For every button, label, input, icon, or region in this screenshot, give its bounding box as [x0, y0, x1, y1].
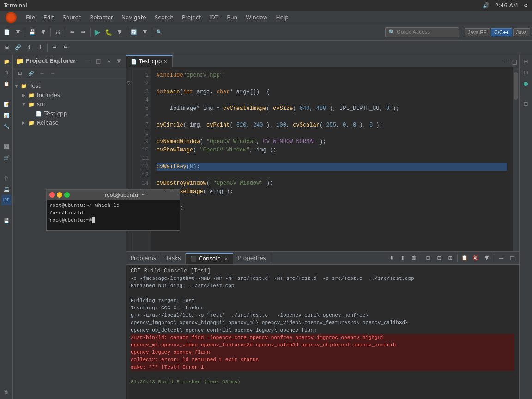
- tab-properties[interactable]: Properties: [233, 253, 271, 263]
- toolbar-btn-more[interactable]: ▼: [140, 27, 150, 37]
- tree-item-testcpp[interactable]: ▶ 📄 Test.cpp: [13, 109, 126, 118]
- console-btn-7[interactable]: 📋: [459, 253, 470, 263]
- menu-items: File Edit Source Refactor Navigate Searc…: [22, 13, 292, 22]
- tree-item-test[interactable]: ▼ 📁 Test: [13, 81, 126, 91]
- editor-scroll-thumb[interactable]: [514, 72, 518, 100]
- menu-navigate[interactable]: Navigate: [118, 13, 150, 22]
- console-body[interactable]: CDT Build Console [Test] -c -fmessage-le…: [126, 265, 519, 399]
- console-btn-1[interactable]: ⬇: [387, 253, 397, 263]
- persp-javaee[interactable]: Java EE: [465, 28, 490, 36]
- tree-forward-btn[interactable]: ➡: [48, 68, 58, 79]
- search-global-btn[interactable]: 🔍: [154, 27, 164, 37]
- right-icon-2[interactable]: ⊞: [521, 67, 531, 78]
- menu-edit[interactable]: Edit: [40, 13, 58, 22]
- left-icon-8[interactable]: 🛒: [1, 152, 12, 163]
- toolbar-btn-2[interactable]: ▼: [13, 27, 23, 37]
- toolbar-btn-4[interactable]: ▼: [38, 27, 48, 37]
- tree-back-btn[interactable]: ⬅: [37, 68, 47, 79]
- tab-tasks[interactable]: Tasks: [161, 253, 186, 263]
- tab-problems[interactable]: Problems: [126, 253, 161, 263]
- left-icon-3[interactable]: 📋: [1, 79, 12, 89]
- debug-btn[interactable]: 🐛: [103, 27, 114, 37]
- toolbar2-btn4[interactable]: ⬇: [35, 42, 45, 53]
- volume-icon: 🔊: [483, 2, 490, 9]
- print-btn[interactable]: 🖨: [53, 27, 63, 37]
- editor-minimize[interactable]: —: [501, 57, 510, 67]
- collapse-tree-btn[interactable]: ⊟: [15, 68, 25, 79]
- console-btn-3[interactable]: ⊠: [409, 253, 419, 263]
- quick-access-box[interactable]: 🔍 Quick Access: [385, 27, 459, 37]
- collapse-all-btn[interactable]: ⊟: [2, 42, 12, 53]
- left-icon-1[interactable]: 📁: [1, 56, 12, 66]
- tree-item-release[interactable]: ▶ 📁 Release: [13, 118, 126, 127]
- tree-item-src[interactable]: ▼ 📁 src: [13, 100, 126, 109]
- undo-btn[interactable]: ↩: [49, 42, 60, 53]
- console-tab-close[interactable]: ✕: [224, 256, 228, 261]
- left-icon-save2[interactable]: 💾: [1, 215, 12, 225]
- right-icon-4[interactable]: ⊡: [521, 99, 531, 109]
- run-btn[interactable]: ▶: [92, 27, 103, 37]
- menu-refactor[interactable]: Refactor: [86, 13, 117, 22]
- fold-main[interactable]: ▽: [127, 80, 131, 85]
- tree-label-src: src: [37, 101, 45, 108]
- console-btn-6[interactable]: ⊞: [445, 253, 455, 263]
- console-btn-2[interactable]: ⬆: [398, 253, 408, 263]
- menu-search[interactable]: Search: [151, 13, 177, 22]
- menu-run[interactable]: Run: [223, 13, 241, 22]
- terminal-body[interactable]: root@ubuntu:~# which ld /usr/bin/ld root…: [47, 200, 180, 226]
- tree-item-includes[interactable]: ▶ 📁 Includes: [13, 91, 126, 100]
- toolbar2-btn3[interactable]: ⬆: [24, 42, 34, 53]
- toolbar-btn-debug2[interactable]: ▼: [115, 27, 125, 37]
- ubuntu-logo-btn[interactable]: [4, 11, 18, 24]
- right-icon-3[interactable]: ●: [521, 79, 531, 89]
- left-icon-4[interactable]: 📝: [1, 99, 12, 109]
- right-sidebar-icons: ⊟ ⊞ ● ⊡: [519, 54, 532, 399]
- save-btn[interactable]: 💾: [27, 27, 37, 37]
- new-btn[interactable]: 📄: [2, 27, 12, 37]
- persp-java[interactable]: Java: [513, 28, 530, 36]
- left-icon-7[interactable]: 🅰: [1, 141, 12, 151]
- editor-scrollbar[interactable]: [513, 67, 519, 251]
- panel-minimize[interactable]: —: [83, 57, 92, 65]
- left-icon-2[interactable]: ⊞: [1, 67, 12, 78]
- link-editor-btn[interactable]: 🔗: [26, 68, 36, 79]
- console-btn-8[interactable]: 🔇: [471, 253, 481, 263]
- menu-idt[interactable]: IDT: [206, 13, 222, 22]
- forward-btn[interactable]: ➡: [78, 27, 88, 37]
- left-icon-9[interactable]: ⚙: [1, 173, 12, 183]
- panel-maximize[interactable]: □: [94, 57, 103, 65]
- menu-file[interactable]: File: [22, 13, 39, 22]
- link-btn[interactable]: 🔗: [13, 42, 23, 53]
- console-btn-9[interactable]: ▼: [482, 253, 492, 263]
- console-sep-1: [421, 254, 421, 262]
- left-icon-trash[interactable]: 🗑: [1, 387, 12, 397]
- editor-maximize[interactable]: □: [510, 57, 519, 67]
- menu-help[interactable]: Help: [272, 13, 292, 22]
- panel-menu[interactable]: ▼: [115, 57, 123, 65]
- console-btn-4[interactable]: ⊡: [423, 253, 433, 263]
- left-icon-ide[interactable]: IDE: [1, 195, 12, 205]
- tab-console[interactable]: ⬛ Console ✕: [186, 253, 233, 264]
- tab-close-btn[interactable]: ✕: [163, 59, 167, 64]
- tab-testcpp[interactable]: 📄 Test.cpp ✕: [126, 55, 173, 67]
- code-content[interactable]: #include "opencv.hpp" int main(int argc,…: [151, 67, 513, 251]
- terminal-minimize-btn[interactable]: [57, 192, 62, 198]
- terminal-maximize-btn[interactable]: [64, 192, 70, 198]
- right-icon-1[interactable]: ⊟: [521, 56, 531, 66]
- menu-window[interactable]: Window: [242, 13, 271, 22]
- redo-btn[interactable]: ↪: [60, 42, 71, 53]
- back-btn[interactable]: ⬅: [67, 27, 77, 37]
- menu-source[interactable]: Source: [59, 13, 85, 22]
- console-maximize[interactable]: □: [507, 253, 517, 263]
- left-icon-6[interactable]: 🔧: [1, 121, 12, 131]
- console-btn-5[interactable]: ⊟: [434, 253, 444, 263]
- refresh-btn[interactable]: 🔄: [129, 27, 139, 37]
- persp-cpp[interactable]: C/C++: [491, 28, 512, 36]
- panel-close[interactable]: ✕: [105, 57, 113, 65]
- console-line-2: Building target: Test: [131, 297, 514, 304]
- left-icon-5[interactable]: 📊: [1, 110, 12, 120]
- menu-project[interactable]: Project: [178, 13, 205, 22]
- console-minimize[interactable]: —: [496, 253, 506, 263]
- left-icon-10[interactable]: 💻: [1, 184, 12, 194]
- terminal-close-btn[interactable]: [49, 192, 55, 198]
